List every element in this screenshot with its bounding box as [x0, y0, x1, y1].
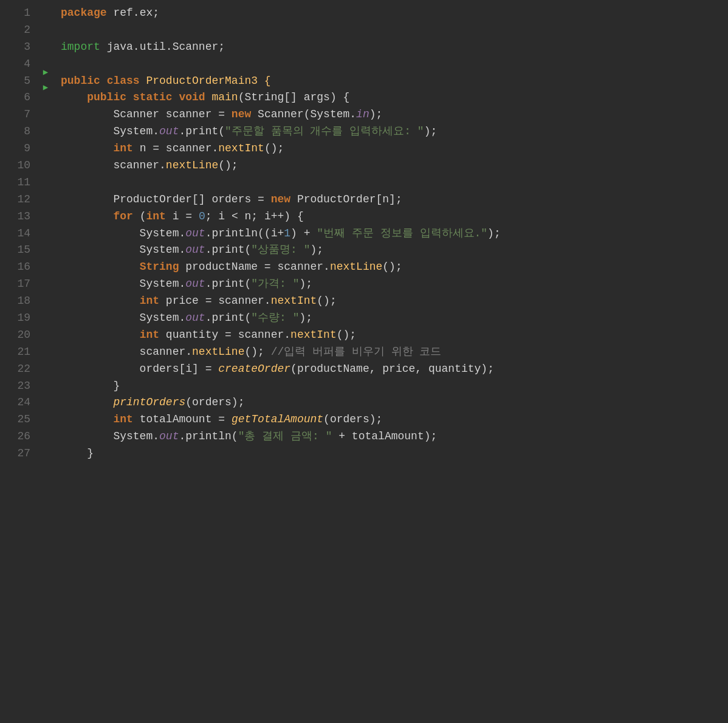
gutter-cell — [36, 125, 55, 140]
token: "주문할 품목의 개수를 입력하세요: " — [225, 125, 424, 137]
token: System. — [61, 278, 185, 290]
code-line — [61, 174, 716, 191]
line-number: 2 — [6, 22, 30, 39]
token: ); — [299, 312, 312, 324]
code-line: System.out.print("상품명: "); — [61, 242, 716, 259]
token: public — [61, 75, 107, 87]
token: ProductOrder[n]; — [297, 193, 402, 205]
token: nextInt — [271, 295, 317, 307]
line-number: 21 — [6, 344, 30, 361]
line-number: 10 — [6, 157, 30, 174]
run-icon[interactable]: ▶ — [43, 66, 48, 80]
token: nextInt — [290, 329, 337, 341]
token: .print( — [205, 312, 252, 324]
token: .print( — [205, 278, 252, 290]
code-line: orders[i] = createOrder(productName, pri… — [61, 361, 716, 378]
line-number: 12 — [6, 191, 30, 208]
token: "가격: " — [251, 278, 299, 290]
token: ); — [310, 244, 323, 256]
line-number: 7 — [6, 106, 30, 123]
token: scanner. — [61, 346, 192, 358]
token — [61, 396, 113, 408]
token: new — [232, 108, 258, 120]
token: "수량: " — [251, 312, 299, 324]
token: (); — [337, 329, 356, 341]
token: } — [61, 380, 120, 392]
token: ; i < n; i++) { — [205, 210, 304, 222]
token: nextLine — [330, 261, 382, 273]
token: int — [140, 295, 166, 307]
code-line: int totalAmount = getTotalAmount(orders)… — [61, 411, 716, 428]
token: Scanner scanner = — [61, 108, 232, 120]
token: (orders); — [185, 396, 244, 408]
token: (); — [264, 142, 284, 154]
token: ( — [140, 210, 146, 222]
token: ref.ex; — [113, 7, 159, 19]
gutter-cell — [36, 366, 55, 382]
gutter-cell — [36, 5, 55, 20]
token: System. — [61, 244, 185, 256]
token: main — [211, 91, 238, 103]
gutter-cell — [36, 140, 55, 156]
line-numbers: 1234567891011121314151617181920212223242… — [0, 5, 36, 723]
token: quantity = scanner. — [166, 329, 290, 341]
gutter: ▶▶ — [36, 5, 55, 723]
token: in — [356, 108, 369, 120]
code-line: System.out.println((i+1) + "번째 주문 정보를 입력… — [61, 225, 716, 242]
token: java.util.Scanner; — [107, 41, 225, 53]
token: out — [185, 312, 205, 324]
token: "상품명: " — [251, 244, 310, 256]
gutter-cell[interactable]: ▶ — [36, 80, 55, 95]
gutter-cell — [36, 291, 55, 306]
token: for — [113, 210, 139, 222]
gutter-cell — [36, 337, 55, 352]
token: System. — [61, 430, 159, 442]
token: static — [133, 91, 179, 103]
code-line: int quantity = scanner.nextInt(); — [61, 327, 716, 344]
code-line: scanner.nextLine(); — [61, 157, 716, 174]
token: public — [61, 91, 133, 103]
code-line: System.out.print("주문할 품목의 개수를 입력하세요: "); — [61, 123, 716, 140]
token: i = — [173, 210, 199, 222]
line-number: 8 — [6, 123, 30, 140]
code-line: import java.util.Scanner; — [61, 39, 716, 56]
code-line: for (int i = 0; i < n; i++) { — [61, 208, 716, 225]
line-number: 23 — [6, 378, 30, 395]
gutter-cell — [36, 351, 55, 366]
line-number: 26 — [6, 428, 30, 445]
token: Scanner(System. — [258, 108, 356, 120]
token: System. — [61, 312, 185, 324]
gutter-cell[interactable]: ▶ — [36, 65, 55, 80]
token: ProductOrder[] orders = — [61, 193, 271, 205]
run-icon[interactable]: ▶ — [43, 81, 48, 95]
token — [61, 210, 113, 222]
gutter-cell — [36, 397, 55, 412]
line-number: 3 — [6, 39, 30, 56]
gutter-cell — [36, 186, 55, 201]
line-number: 17 — [6, 276, 30, 293]
token — [61, 261, 140, 273]
code-line: } — [61, 378, 716, 395]
token: new — [271, 193, 297, 205]
gutter-cell — [36, 156, 55, 171]
token: (); — [244, 346, 270, 358]
token: ) + — [290, 227, 317, 239]
line-number: 18 — [6, 293, 30, 310]
code-line — [61, 56, 716, 73]
line-number: 25 — [6, 411, 30, 428]
code-line: ProductOrder[] orders = new ProductOrder… — [61, 191, 716, 208]
token: .print( — [205, 244, 252, 256]
code-line: public class ProductOrderMain3 { — [61, 73, 716, 90]
code-line: String productName = scanner.nextLine(); — [61, 259, 716, 276]
token: int — [140, 329, 166, 341]
line-number: 16 — [6, 259, 30, 276]
token: int — [113, 413, 139, 425]
code-line: int n = scanner.nextInt(); — [61, 140, 716, 157]
token: import — [61, 41, 107, 53]
token: createOrder — [218, 363, 290, 375]
token: price = scanner. — [166, 295, 271, 307]
token: class — [107, 75, 146, 87]
line-number: 1 — [6, 5, 30, 22]
line-number: 13 — [6, 208, 30, 225]
token: nextLine — [166, 159, 218, 171]
